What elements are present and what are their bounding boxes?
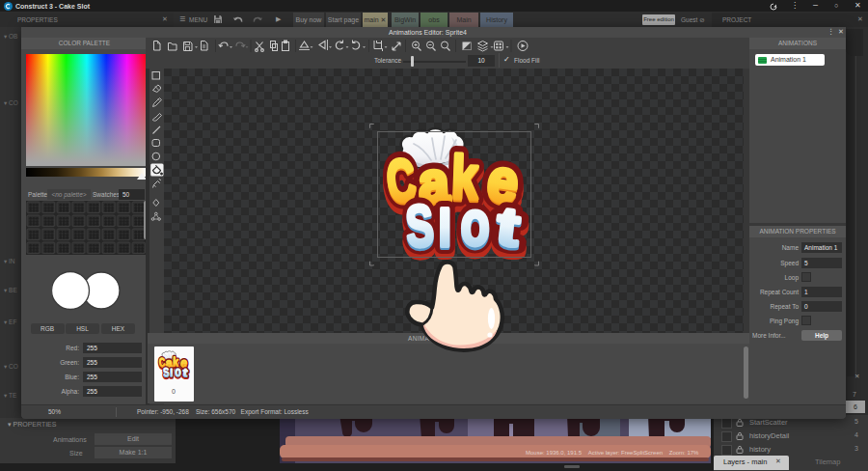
svg-text:S: S <box>404 192 436 260</box>
svg-text:l: l <box>439 198 452 257</box>
svg-text:o: o <box>461 187 490 259</box>
